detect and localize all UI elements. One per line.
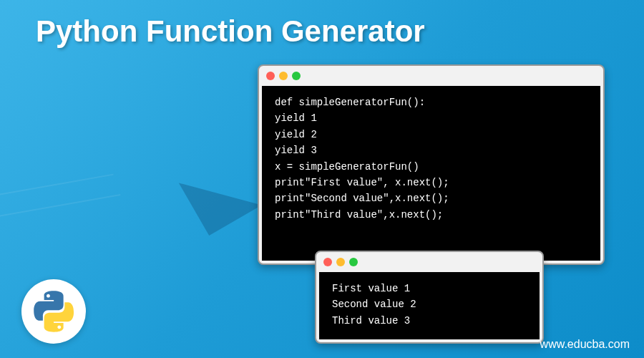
python-logo (21, 279, 86, 344)
maximize-icon (292, 72, 301, 80)
maximize-icon (349, 258, 358, 266)
code-window-titlebar (259, 66, 603, 86)
python-logo-icon (32, 290, 75, 333)
close-icon (266, 72, 275, 80)
code-content: def simpleGeneratorFun(): yield 1 yield … (262, 86, 600, 261)
minimize-icon (336, 258, 345, 266)
code-window: def simpleGeneratorFun(): yield 1 yield … (258, 64, 605, 265)
output-window: First value 1 Second value 2 Third value… (315, 251, 544, 344)
minimize-icon (279, 72, 288, 80)
page-title: Python Function Generator (36, 14, 425, 49)
output-window-titlebar (316, 252, 542, 272)
close-icon (323, 258, 332, 266)
watermark: www.educba.com (540, 338, 630, 351)
output-content: First value 1 Second value 2 Third value… (319, 272, 540, 339)
